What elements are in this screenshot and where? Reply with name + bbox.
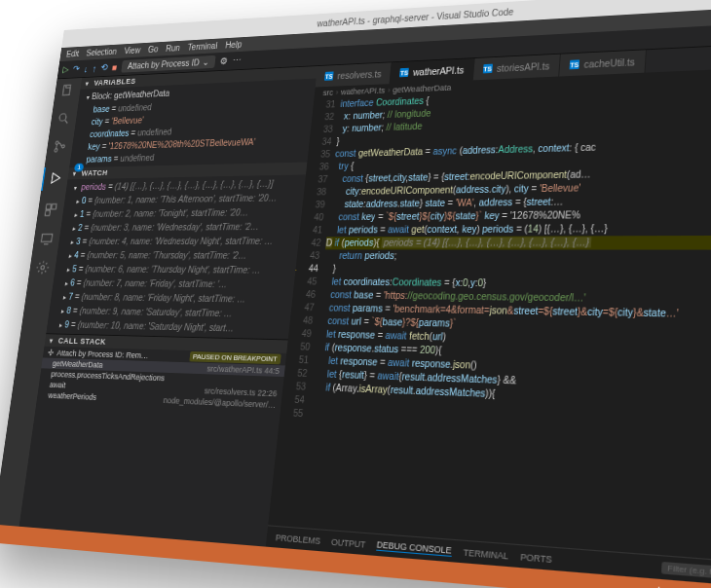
menu-edit[interactable]: Edit	[66, 49, 80, 58]
remote-icon[interactable]	[39, 231, 55, 247]
debug-config-label: Attach by Process ID	[127, 57, 200, 70]
svg-rect-5	[46, 204, 51, 209]
editor-area: TSresolvers.tsTSwatherAPI.tsTSstoriesAPI…	[266, 40, 711, 588]
settings-gear-icon[interactable]	[35, 260, 51, 277]
menu-view[interactable]: View	[124, 46, 141, 55]
menu-help[interactable]: Help	[225, 40, 243, 50]
panel-tab-output[interactable]: OUTPUT	[331, 536, 366, 549]
menu-terminal[interactable]: Terminal	[187, 41, 218, 52]
step-out-icon[interactable]: ↑	[92, 63, 97, 73]
watch-row[interactable]: 3 = {number: 4, name: 'Wednesday Night',…	[65, 235, 299, 249]
step-over-icon[interactable]: ↷	[72, 63, 80, 74]
stop-icon[interactable]: ■	[111, 62, 117, 72]
explorer-icon[interactable]	[59, 83, 75, 99]
svg-rect-0	[62, 85, 70, 94]
search-icon[interactable]	[56, 111, 71, 128]
chevron-down-icon: ⌄	[202, 57, 209, 67]
restart-icon[interactable]: ⟲	[100, 62, 108, 73]
extensions-icon[interactable]	[43, 202, 58, 219]
menu-go[interactable]: Go	[147, 45, 159, 55]
menu-run[interactable]: Run	[166, 43, 181, 53]
gear-icon[interactable]: ⚙	[219, 55, 229, 67]
watch-row[interactable]: 0 = {number: 1, name: 'This Afternoon', …	[71, 191, 304, 208]
svg-rect-6	[52, 204, 56, 209]
panel-tab-problems[interactable]: PROBLEMS	[275, 533, 320, 546]
variables-body: Block: getWeatherData base = undefined c…	[69, 79, 316, 168]
more-icon[interactable]: ⋯	[232, 55, 242, 66]
panel-tab-debug-console[interactable]: DEBUG CONSOLE	[376, 539, 452, 557]
debug-config-picker[interactable]: Attach by Process ID ⌄	[121, 55, 216, 73]
svg-rect-8	[41, 234, 52, 241]
gear-icon: ✢	[48, 348, 55, 356]
watch-row[interactable]: 4 = {number: 5, name: 'Thursday', startT…	[63, 248, 298, 263]
step-into-icon[interactable]: ↓	[83, 63, 89, 73]
watch-row[interactable]: 2 = {number: 3, name: 'Wednesday', start…	[67, 220, 301, 236]
watch-body: periods = (14) [{…}, {…}, {…}, {…}, {…},…	[46, 174, 306, 339]
continue-icon[interactable]: ▷	[62, 64, 70, 75]
code-content[interactable]: interface Coordinates { x: number; // lo…	[296, 78, 711, 568]
panel-tab-ports[interactable]: PORTS	[520, 551, 552, 564]
svg-point-9	[41, 266, 45, 270]
source-control-icon[interactable]	[52, 139, 67, 156]
status-item[interactable]: Ln 44, Col 5	[657, 584, 711, 588]
panel-tab-terminal[interactable]: TERMINAL	[463, 547, 508, 561]
svg-point-3	[55, 149, 57, 152]
run-debug-icon[interactable]: 1	[41, 166, 69, 191]
menu-selection[interactable]: Selection	[86, 47, 118, 57]
svg-rect-7	[45, 210, 50, 215]
